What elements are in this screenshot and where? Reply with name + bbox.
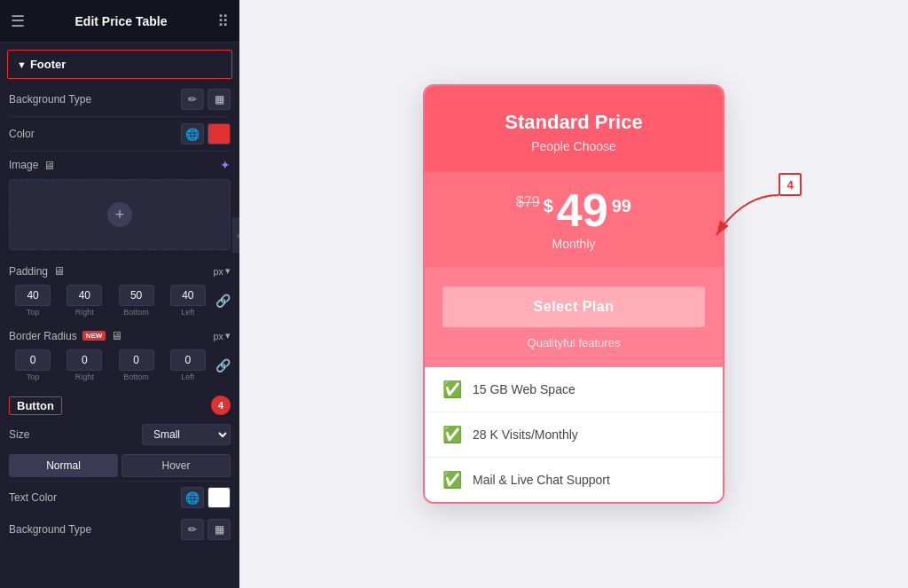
bottom-label: Bottom — [123, 308, 149, 317]
hamburger-icon[interactable]: ☰ — [11, 12, 25, 31]
padding-bottom-group: 50 Bottom — [113, 285, 160, 317]
border-radius-header: Border Radius NEW 🖥 px ▾ — [9, 325, 231, 346]
background-type-row: Background Type ✏ ▦ — [9, 82, 231, 117]
price-card: Standard Price People Choose $79 $ 49 99… — [423, 84, 724, 504]
currency-symbol: $ — [544, 187, 553, 216]
magic-icon[interactable]: ✦ — [220, 158, 231, 172]
br-bottom-input[interactable] — [119, 349, 154, 371]
br-link-icon[interactable]: 🔗 — [215, 358, 231, 372]
image-label: Image — [9, 159, 38, 171]
hover-tab[interactable]: Hover — [121, 454, 231, 477]
button-section-label: Button — [9, 396, 62, 415]
bg-type-label2: Background Type — [9, 523, 91, 536]
br-monitor-icon: 🖥 — [111, 329, 122, 342]
text-color-row: Text Color 🌐 — [9, 481, 231, 514]
border-radius-label: Border Radius — [9, 330, 77, 342]
right-label: Right — [75, 308, 94, 317]
br-left-input[interactable] — [170, 349, 206, 371]
grid-icon[interactable]: ⠿ — [217, 12, 229, 31]
feature-item-2: ✅ 28 K Visits/Monthly — [425, 412, 723, 458]
footer-section-label: Footer — [30, 58, 66, 71]
feature-text-1: 15 GB Web Space — [473, 382, 575, 396]
text-color-controls: 🌐 — [181, 487, 231, 508]
select-plan-button[interactable]: Select Plan — [442, 286, 705, 327]
padding-monitor-icon: 🖥 — [53, 264, 65, 278]
br-bottom-label: Bottom — [123, 372, 149, 381]
feature-item-3: ✅ Mail & Live Chat Support — [425, 458, 723, 502]
padding-top-input[interactable]: 40 — [15, 285, 51, 306]
px-selector[interactable]: px ▾ — [213, 265, 231, 277]
padding-right-input[interactable]: 40 — [67, 285, 102, 306]
pencil-btn[interactable]: ✏ — [181, 89, 204, 110]
annotation-4: 4 — [779, 173, 802, 196]
border-radius-label-row: Border Radius NEW 🖥 — [9, 329, 122, 342]
card-subtitle: People Choose — [442, 139, 705, 153]
text-color-globe-btn[interactable]: 🌐 — [181, 487, 204, 508]
link-icon[interactable]: 🔗 — [215, 294, 231, 308]
check-icon-3: ✅ — [442, 470, 462, 490]
color-swatch[interactable] — [207, 123, 231, 145]
card-top: Standard Price People Choose — [425, 86, 723, 171]
padding-header: Padding 🖥 px ▾ — [9, 261, 231, 281]
padding-right-group: 40 Right — [60, 285, 108, 317]
check-icon-1: ✅ — [442, 380, 462, 399]
normal-tab[interactable]: Normal — [9, 454, 118, 477]
chevron-icon: ▼ — [17, 59, 27, 70]
grid-btn[interactable]: ▦ — [207, 89, 231, 110]
feature-text-2: 28 K Visits/Monthly — [473, 427, 578, 442]
card-price-section: $79 $ 49 99 Monthly — [425, 171, 723, 267]
collapse-handle[interactable]: ‹ — [232, 217, 239, 253]
qualityful-text: Qualityful features — [442, 336, 705, 349]
size-row: Size Small Medium Large — [9, 419, 231, 451]
padding-bottom-input[interactable]: 50 — [119, 285, 154, 306]
add-image-icon[interactable]: + — [107, 202, 132, 227]
padding-section: Padding 🖥 px ▾ 40 Top 40 Right 50 — [9, 255, 231, 322]
br-top-label: Top — [27, 372, 40, 381]
text-color-swatch[interactable] — [207, 487, 231, 508]
new-badge: NEW — [82, 331, 106, 341]
size-select[interactable]: Small Medium Large — [142, 424, 231, 445]
border-radius-inputs: Top Right Bottom Left 🔗 — [9, 349, 231, 381]
br-left-group: Left — [164, 349, 212, 381]
panel-content: Background Type ✏ ▦ Color 🌐 Image 🖥 ✦ + — [0, 82, 239, 545]
padding-label: Padding — [9, 265, 48, 278]
feature-item-1: ✅ 15 GB Web Space — [425, 367, 723, 412]
size-label: Size — [9, 428, 29, 441]
features-section: ✅ 15 GB Web Space ✅ 28 K Visits/Monthly … — [425, 367, 723, 502]
button-badge: 4 — [211, 396, 231, 415]
text-color-label: Text Color — [9, 491, 57, 504]
br-right-group: Right — [60, 349, 108, 381]
br-top-input[interactable] — [15, 349, 51, 371]
padding-top-group: 40 Top — [9, 285, 57, 317]
button-section-header: Button 4 — [9, 388, 231, 419]
image-upload-area[interactable]: + — [9, 179, 231, 250]
padding-inputs: 40 Top 40 Right 50 Bottom 40 Left 🔗 — [9, 285, 231, 317]
old-price: $79 — [516, 187, 540, 210]
br-bottom-group: Bottom — [113, 349, 160, 381]
normal-hover-tabs: Normal Hover — [9, 454, 231, 477]
panel-title: Edit Price Table — [75, 14, 168, 28]
left-label: Left — [181, 308, 194, 317]
br-right-label: Right — [75, 372, 94, 381]
grid-btn2[interactable]: ▦ — [207, 519, 231, 540]
border-radius-section: Border Radius NEW 🖥 px ▾ Top Right — [9, 322, 231, 388]
pencil-btn2[interactable]: ✏ — [181, 519, 204, 540]
right-panel: Standard Price People Choose $79 $ 49 99… — [239, 0, 908, 588]
image-row: Image 🖥 ✦ — [9, 152, 231, 174]
color-controls: 🌐 — [181, 123, 231, 145]
footer-section-header[interactable]: ▼ Footer — [7, 50, 232, 79]
globe-btn[interactable]: 🌐 — [181, 123, 204, 145]
br-right-input[interactable] — [67, 349, 102, 371]
cents: 99 — [612, 187, 631, 216]
color-row: Color 🌐 — [9, 117, 231, 152]
padding-label-row: Padding 🖥 — [9, 264, 65, 278]
br-px-selector[interactable]: px ▾ — [213, 330, 231, 341]
main-price: 49 — [557, 187, 608, 233]
annotation-arrow — [708, 191, 787, 262]
feature-text-3: Mail & Live Chat Support — [473, 473, 610, 487]
background-type-label: Background Type — [9, 93, 91, 106]
bg-type-row2: Background Type ✏ ▦ — [9, 514, 231, 545]
period: Monthly — [442, 237, 705, 251]
padding-left-input[interactable]: 40 — [170, 285, 206, 306]
monitor-icon: 🖥 — [43, 159, 55, 172]
